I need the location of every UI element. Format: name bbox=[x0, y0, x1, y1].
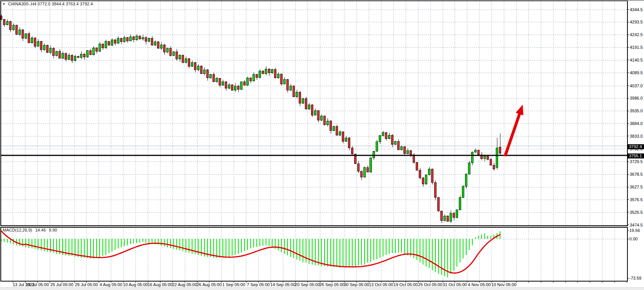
time-axis-label: 19 Oct 05:00 bbox=[393, 282, 418, 287]
time-axis-label: 31 Oct 05:00 bbox=[443, 282, 467, 287]
chart-canvas[interactable]: 4344.54293.54242.54191.54140.54089.54037… bbox=[0, 0, 644, 290]
time-axis-label: 30 Sep 05:00 bbox=[344, 282, 369, 287]
time-axis-label: 4 Aug 05:00 bbox=[100, 282, 122, 287]
price-axis-label: 3833.0 bbox=[630, 134, 643, 138]
time-axis-label: 29 Jul 05:00 bbox=[75, 282, 98, 287]
macd-axis-label: 0.00 bbox=[629, 237, 637, 241]
time-axis-label: 16 Aug 05:00 bbox=[147, 282, 172, 287]
support-line-badge[interactable]: 3755.1 bbox=[628, 153, 644, 158]
price-axis-label: 4089.5 bbox=[630, 70, 643, 75]
symbol-header: ▼ CHINA300-,H4 3772.0 3844.4 3763.4 3792… bbox=[2, 2, 93, 6]
price-axis-label: 3627.5 bbox=[630, 185, 643, 189]
price-axis-label: 3678.5 bbox=[630, 172, 643, 177]
time-axis-label: 25 Oct 05:00 bbox=[418, 282, 442, 287]
price-axis-label: 4344.5 bbox=[630, 7, 643, 12]
macd-axis-label: 19.56 bbox=[629, 228, 640, 233]
macd-current-value: 14.46 bbox=[35, 228, 46, 232]
price-axis-label: 3729.5 bbox=[630, 159, 643, 164]
time-axis-label: 22 Aug 05:00 bbox=[172, 282, 197, 287]
macd-signal-value: 9.90 bbox=[49, 228, 57, 232]
time-axis-label: 13 Oct 05:00 bbox=[369, 282, 393, 287]
time-axis-label: 26 Aug 05:00 bbox=[197, 282, 222, 287]
price-axis-label: 3474.5 bbox=[630, 223, 643, 227]
price-axis-label: 4037.0 bbox=[630, 83, 643, 88]
price-axis-label: 4293.5 bbox=[630, 20, 643, 24]
chevron-down-icon[interactable]: ▼ bbox=[2, 2, 5, 6]
time-axis-label: 10 Aug 05:00 bbox=[123, 282, 148, 287]
price-axis-label: 3935.0 bbox=[630, 108, 643, 113]
macd-title: MACD(12,26,9) bbox=[3, 228, 32, 232]
price-axis-label: 3884.0 bbox=[630, 121, 643, 126]
current-price-badge: 3792.4 bbox=[628, 144, 644, 149]
price-axis-label: 3986.0 bbox=[630, 96, 643, 100]
time-axis-label: 20 Sep 05:00 bbox=[295, 282, 320, 287]
trading-chart-window: 4344.54293.54242.54191.54140.54089.54037… bbox=[0, 0, 644, 290]
pane-backgrounds bbox=[1, 1, 627, 281]
time-axis-label: 4 Nov 05:00 bbox=[468, 282, 491, 287]
time-axis-label: 25 Jul 05:00 bbox=[50, 282, 74, 287]
macd-axis-label: -73.59 bbox=[629, 276, 641, 280]
symbol-ohlc-label: CHINA300-,H4 3772.0 3844.4 3763.4 3792.4 bbox=[8, 2, 93, 6]
time-axis-label: 14 Sep 05:00 bbox=[270, 282, 295, 287]
macd-indicator-label: MACD(12,26,9) 14.46 9.90 bbox=[3, 228, 59, 232]
time-axis-label: 19 Jul 05:00 bbox=[26, 282, 49, 287]
time-axis-label: 7 Sep 05:00 bbox=[247, 282, 269, 287]
price-axis-label: 4191.5 bbox=[630, 45, 643, 50]
window-bottom-strip bbox=[0, 287, 644, 290]
price-axis-label: 3576.5 bbox=[630, 197, 643, 202]
price-axis-label: 3525.5 bbox=[630, 210, 643, 215]
time-axis-label: 1 Sep 05:00 bbox=[222, 282, 245, 287]
price-axis-label: 4140.5 bbox=[630, 58, 643, 62]
price-axis-label: 4242.5 bbox=[630, 32, 643, 37]
time-axis-label: 26 Sep 05:00 bbox=[319, 282, 345, 287]
time-axis-label: 10 Nov 05:00 bbox=[491, 282, 516, 287]
